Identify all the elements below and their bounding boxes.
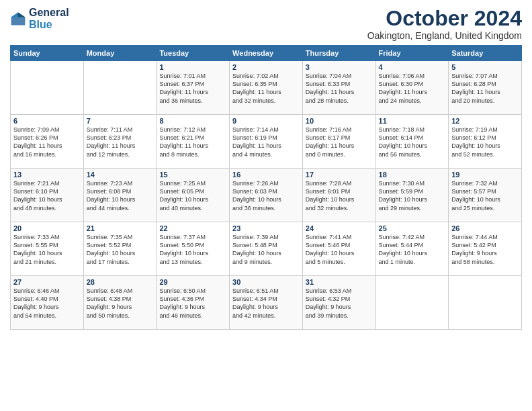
calendar-cell: 10Sunrise: 7:16 AM Sunset: 6:17 PM Dayli… bbox=[302, 115, 375, 169]
day-number: 22 bbox=[159, 224, 226, 232]
day-number: 7 bbox=[87, 117, 154, 125]
calendar-week-row: 27Sunrise: 6:46 AM Sunset: 4:40 PM Dayli… bbox=[11, 276, 522, 330]
calendar-cell: 11Sunrise: 7:18 AM Sunset: 6:14 PM Dayli… bbox=[375, 115, 449, 169]
day-number: 17 bbox=[306, 171, 373, 179]
calendar-cell: 21Sunrise: 7:35 AM Sunset: 5:52 PM Dayli… bbox=[83, 222, 157, 276]
day-number: 5 bbox=[451, 63, 519, 71]
weekday-header: Tuesday bbox=[157, 46, 230, 61]
calendar-header: SundayMondayTuesdayWednesdayThursdayFrid… bbox=[11, 46, 522, 61]
day-info: Sunrise: 6:48 AM Sunset: 4:38 PM Dayligh… bbox=[87, 287, 154, 320]
calendar-cell: 24Sunrise: 7:41 AM Sunset: 5:46 PM Dayli… bbox=[302, 222, 375, 276]
day-number: 26 bbox=[451, 224, 519, 232]
day-info: Sunrise: 7:04 AM Sunset: 6:33 PM Dayligh… bbox=[306, 72, 373, 105]
day-info: Sunrise: 7:41 AM Sunset: 5:46 PM Dayligh… bbox=[306, 233, 373, 266]
location: Oakington, England, United Kingdom bbox=[367, 30, 522, 41]
calendar-cell: 13Sunrise: 7:21 AM Sunset: 6:10 PM Dayli… bbox=[11, 169, 84, 222]
day-number: 27 bbox=[13, 278, 81, 286]
calendar-cell: 31Sunrise: 6:53 AM Sunset: 4:32 PM Dayli… bbox=[302, 276, 375, 330]
day-info: Sunrise: 7:19 AM Sunset: 6:12 PM Dayligh… bbox=[451, 126, 519, 158]
day-number: 6 bbox=[13, 117, 81, 125]
weekday-header: Saturday bbox=[449, 46, 522, 61]
calendar-cell: 8Sunrise: 7:12 AM Sunset: 6:21 PM Daylig… bbox=[157, 115, 230, 169]
day-info: Sunrise: 7:32 AM Sunset: 5:57 PM Dayligh… bbox=[451, 179, 519, 212]
calendar-cell: 16Sunrise: 7:26 AM Sunset: 6:03 PM Dayli… bbox=[230, 169, 303, 222]
calendar-cell: 14Sunrise: 7:23 AM Sunset: 6:08 PM Dayli… bbox=[83, 169, 157, 222]
day-info: Sunrise: 7:26 AM Sunset: 6:03 PM Dayligh… bbox=[232, 179, 300, 212]
calendar-week-row: 1Sunrise: 7:01 AM Sunset: 6:37 PM Daylig… bbox=[11, 61, 522, 115]
day-info: Sunrise: 7:14 AM Sunset: 6:19 PM Dayligh… bbox=[232, 126, 300, 158]
day-number: 10 bbox=[306, 117, 373, 125]
calendar-cell bbox=[83, 61, 157, 115]
day-info: Sunrise: 7:16 AM Sunset: 6:17 PM Dayligh… bbox=[306, 126, 373, 158]
calendar-cell bbox=[449, 276, 522, 330]
day-number: 4 bbox=[379, 63, 446, 71]
calendar-cell: 26Sunrise: 7:44 AM Sunset: 5:42 PM Dayli… bbox=[449, 222, 522, 276]
day-info: Sunrise: 7:21 AM Sunset: 6:10 PM Dayligh… bbox=[13, 179, 81, 212]
weekday-header: Thursday bbox=[302, 46, 375, 61]
calendar-cell: 9Sunrise: 7:14 AM Sunset: 6:19 PM Daylig… bbox=[230, 115, 303, 169]
day-info: Sunrise: 7:06 AM Sunset: 6:30 PM Dayligh… bbox=[379, 72, 446, 105]
day-number: 2 bbox=[232, 63, 300, 71]
day-info: Sunrise: 7:23 AM Sunset: 6:08 PM Dayligh… bbox=[87, 179, 154, 212]
calendar-cell: 15Sunrise: 7:25 AM Sunset: 6:05 PM Dayli… bbox=[157, 169, 230, 222]
calendar-cell: 27Sunrise: 6:46 AM Sunset: 4:40 PM Dayli… bbox=[11, 276, 84, 330]
calendar-cell: 6Sunrise: 7:09 AM Sunset: 6:26 PM Daylig… bbox=[11, 115, 84, 169]
calendar-week-row: 13Sunrise: 7:21 AM Sunset: 6:10 PM Dayli… bbox=[11, 169, 522, 222]
day-number: 16 bbox=[232, 171, 300, 179]
calendar-cell: 22Sunrise: 7:37 AM Sunset: 5:50 PM Dayli… bbox=[157, 222, 230, 276]
day-info: Sunrise: 6:46 AM Sunset: 4:40 PM Dayligh… bbox=[13, 287, 81, 320]
day-number: 9 bbox=[232, 117, 300, 125]
day-number: 11 bbox=[379, 117, 446, 125]
calendar-cell: 29Sunrise: 6:50 AM Sunset: 4:36 PM Dayli… bbox=[157, 276, 230, 330]
day-info: Sunrise: 7:30 AM Sunset: 5:59 PM Dayligh… bbox=[379, 179, 446, 212]
day-info: Sunrise: 7:37 AM Sunset: 5:50 PM Dayligh… bbox=[159, 233, 226, 266]
day-number: 8 bbox=[159, 117, 226, 125]
day-info: Sunrise: 7:25 AM Sunset: 6:05 PM Dayligh… bbox=[159, 179, 226, 212]
day-number: 1 bbox=[159, 63, 226, 71]
title-block: October 2024 Oakington, England, United … bbox=[367, 7, 522, 41]
calendar-cell: 30Sunrise: 6:51 AM Sunset: 4:34 PM Dayli… bbox=[230, 276, 303, 330]
day-number: 25 bbox=[379, 224, 446, 232]
calendar-cell: 25Sunrise: 7:42 AM Sunset: 5:44 PM Dayli… bbox=[375, 222, 449, 276]
page-header: General Blue October 2024 Oakington, Eng… bbox=[10, 7, 522, 41]
calendar-cell: 23Sunrise: 7:39 AM Sunset: 5:48 PM Dayli… bbox=[230, 222, 303, 276]
day-number: 14 bbox=[87, 171, 154, 179]
day-number: 12 bbox=[451, 117, 519, 125]
calendar-cell: 3Sunrise: 7:04 AM Sunset: 6:33 PM Daylig… bbox=[302, 61, 375, 115]
logo-text: General Blue bbox=[29, 7, 69, 30]
logo: General Blue bbox=[10, 7, 69, 30]
calendar-cell: 5Sunrise: 7:07 AM Sunset: 6:28 PM Daylig… bbox=[449, 61, 522, 115]
weekday-header: Sunday bbox=[11, 46, 84, 61]
calendar-table: SundayMondayTuesdayWednesdayThursdayFrid… bbox=[10, 45, 522, 330]
calendar-cell: 1Sunrise: 7:01 AM Sunset: 6:37 PM Daylig… bbox=[157, 61, 230, 115]
day-info: Sunrise: 7:42 AM Sunset: 5:44 PM Dayligh… bbox=[379, 233, 446, 266]
day-info: Sunrise: 7:12 AM Sunset: 6:21 PM Dayligh… bbox=[159, 126, 226, 158]
calendar-cell: 7Sunrise: 7:11 AM Sunset: 6:23 PM Daylig… bbox=[83, 115, 157, 169]
calendar-cell: 20Sunrise: 7:33 AM Sunset: 5:55 PM Dayli… bbox=[11, 222, 84, 276]
day-info: Sunrise: 7:33 AM Sunset: 5:55 PM Dayligh… bbox=[13, 233, 81, 266]
calendar-week-row: 6Sunrise: 7:09 AM Sunset: 6:26 PM Daylig… bbox=[11, 115, 522, 169]
calendar-cell bbox=[375, 276, 449, 330]
month-title: October 2024 bbox=[367, 7, 522, 30]
day-number: 13 bbox=[13, 171, 81, 179]
logo-icon bbox=[10, 11, 26, 27]
day-number: 18 bbox=[379, 171, 446, 179]
day-info: Sunrise: 7:39 AM Sunset: 5:48 PM Dayligh… bbox=[232, 233, 300, 266]
weekday-header: Friday bbox=[375, 46, 449, 61]
day-number: 15 bbox=[159, 171, 226, 179]
calendar-cell: 28Sunrise: 6:48 AM Sunset: 4:38 PM Dayli… bbox=[83, 276, 157, 330]
calendar-cell bbox=[11, 61, 84, 115]
day-info: Sunrise: 6:50 AM Sunset: 4:36 PM Dayligh… bbox=[159, 287, 226, 320]
calendar-cell: 12Sunrise: 7:19 AM Sunset: 6:12 PM Dayli… bbox=[449, 115, 522, 169]
day-info: Sunrise: 7:11 AM Sunset: 6:23 PM Dayligh… bbox=[87, 126, 154, 158]
calendar-cell: 17Sunrise: 7:28 AM Sunset: 6:01 PM Dayli… bbox=[302, 169, 375, 222]
day-info: Sunrise: 7:28 AM Sunset: 6:01 PM Dayligh… bbox=[306, 179, 373, 212]
day-number: 23 bbox=[232, 224, 300, 232]
weekday-header: Monday bbox=[83, 46, 157, 61]
calendar-cell: 19Sunrise: 7:32 AM Sunset: 5:57 PM Dayli… bbox=[449, 169, 522, 222]
day-number: 29 bbox=[159, 278, 226, 286]
calendar-cell: 4Sunrise: 7:06 AM Sunset: 6:30 PM Daylig… bbox=[375, 61, 449, 115]
calendar-cell: 18Sunrise: 7:30 AM Sunset: 5:59 PM Dayli… bbox=[375, 169, 449, 222]
day-number: 31 bbox=[306, 278, 373, 286]
day-number: 3 bbox=[306, 63, 373, 71]
